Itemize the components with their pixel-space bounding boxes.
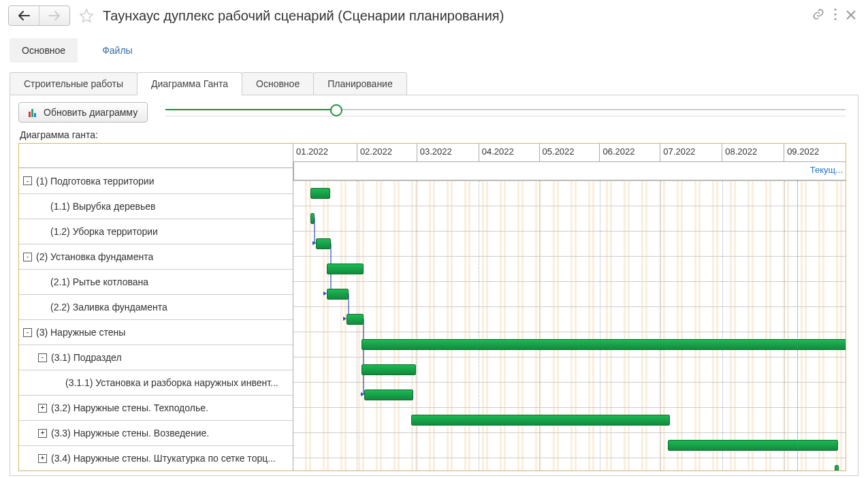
current-date-line [797, 180, 798, 471]
zoom-slider[interactable] [161, 108, 850, 118]
task-row[interactable]: -(2) Установка фундамента [19, 244, 293, 269]
month-header-cell: 01.2022 [293, 144, 357, 161]
task-label: (1) Подготовка территории [36, 176, 154, 187]
month-header-cell: 08.2022 [722, 144, 784, 161]
close-icon[interactable] [846, 9, 856, 23]
gantt-bar[interactable] [310, 188, 330, 199]
task-row[interactable]: -(3) Наружные стены [19, 319, 293, 345]
gantt-left-header [19, 144, 293, 168]
task-label: (1.2) Уборка территории [50, 226, 158, 237]
task-row[interactable]: (2.1) Рытье котлована [19, 269, 293, 294]
task-row[interactable]: +(3.2) Наружные стены. Техподолье. [19, 395, 293, 420]
tab-files[interactable]: Файлы [90, 38, 144, 63]
gantt-bar[interactable] [361, 364, 416, 375]
favorite-star-icon[interactable] [78, 7, 95, 24]
current-date-label: Текущ... [807, 162, 846, 178]
section-label: Диаграмма ганта: [20, 129, 850, 140]
tab-main[interactable]: Основное [10, 38, 78, 63]
task-row[interactable]: (3.1.1) Установка и разборка наружных ин… [19, 370, 293, 395]
month-header-cell: 09.2022 [784, 144, 846, 161]
page-title: Таунхаус дуплекс рабочий сценарий (Сцена… [103, 8, 807, 24]
gantt-bar[interactable] [310, 213, 315, 224]
svg-point-2 [834, 18, 836, 20]
task-label: (3.1) Подраздел [51, 352, 122, 363]
gantt-panel: Обновить диаграмму Диаграмма ганта: -(1)… [10, 95, 858, 476]
gantt-bar[interactable] [668, 440, 838, 451]
task-label: (3.3) Наружные стены. Возведение. [51, 428, 209, 439]
expand-plus-icon[interactable]: + [38, 404, 47, 413]
month-header-cell: 03.2022 [417, 144, 479, 161]
gantt-row [293, 432, 846, 458]
gantt-timeline-header: 01.202202.202203.202204.202205.202206.20… [293, 144, 846, 162]
task-row[interactable]: (1.1) Вырубка деревьев [19, 193, 293, 219]
subtab-works[interactable]: Строительные работы [10, 72, 138, 95]
task-row[interactable]: -(1) Подготовка территории [19, 168, 293, 193]
task-label: (3) Наружные стены [36, 327, 125, 338]
link-icon[interactable] [812, 8, 824, 24]
gantt-row [293, 407, 846, 432]
subtab-planning[interactable]: Планирование [313, 72, 407, 95]
task-row[interactable]: (2.2) Заливка фундамента [19, 294, 293, 319]
slider-thumb-icon[interactable] [330, 104, 342, 116]
task-row[interactable]: +(3.3) Наружные стены. Возведение. [19, 420, 293, 445]
task-row[interactable]: (1.2) Уборка территории [19, 219, 293, 244]
gantt-bar[interactable] [361, 339, 846, 350]
gantt-chart: -(1) Подготовка территории(1.1) Вырубка … [18, 143, 846, 471]
gantt-bar[interactable] [327, 289, 349, 300]
task-label: (3.4) Наружные стены. Штукатурка по сетк… [51, 453, 276, 464]
expand-plus-icon[interactable]: + [38, 429, 47, 438]
gantt-row [293, 256, 846, 281]
expand-minus-icon[interactable]: - [23, 176, 32, 185]
month-header-cell: 05.2022 [539, 144, 600, 161]
gantt-bar[interactable] [411, 415, 670, 426]
task-label: (3.1.1) Установка и разборка наружных ин… [65, 377, 278, 388]
gantt-row [293, 231, 846, 256]
gantt-row [293, 382, 846, 407]
gantt-row [293, 458, 846, 471]
gantt-sub-header: Текущ... [293, 162, 846, 180]
svg-point-0 [834, 8, 836, 10]
task-row[interactable]: -(3.1) Подраздел [19, 345, 293, 370]
expand-plus-icon[interactable]: + [38, 454, 47, 463]
month-header-cell: 02.2022 [357, 144, 417, 161]
gantt-bar[interactable] [327, 264, 364, 274]
task-label: (1.1) Вырубка деревьев [50, 201, 155, 212]
gantt-bar[interactable] [347, 314, 364, 325]
month-header-cell: 06.2022 [599, 144, 660, 161]
nav-button-group [8, 5, 70, 26]
gantt-row [293, 180, 846, 206]
gantt-bar[interactable] [316, 238, 331, 249]
subtab-gantt[interactable]: Диаграмма Ганта [137, 72, 242, 95]
gantt-row [293, 281, 846, 306]
subtab-main[interactable]: Основное [242, 72, 314, 95]
gantt-bar[interactable] [835, 465, 839, 471]
expand-minus-icon[interactable]: - [23, 328, 32, 337]
gantt-row [293, 332, 846, 357]
month-header-cell: 07.2022 [660, 144, 722, 161]
gantt-row [293, 357, 846, 382]
task-label: (3.2) Наружные стены. Техподолье. [51, 402, 208, 413]
back-button[interactable] [9, 6, 39, 25]
task-label: (2.2) Заливка фундамента [50, 302, 167, 313]
more-icon[interactable] [834, 8, 837, 24]
gantt-bar[interactable] [364, 389, 413, 400]
expand-minus-icon[interactable]: - [38, 353, 47, 362]
expand-minus-icon[interactable]: - [23, 253, 32, 261]
gantt-row [293, 306, 846, 332]
update-button-label: Обновить диаграмму [44, 107, 138, 118]
arrow-left-icon [18, 11, 30, 20]
svg-point-1 [834, 13, 836, 15]
forward-button[interactable] [39, 6, 69, 25]
arrow-right-icon [48, 11, 61, 20]
task-row[interactable]: +(3.4) Наружные стены. Штукатурка по сет… [19, 445, 293, 471]
gantt-row [293, 206, 846, 231]
month-header-cell: 04.2022 [479, 144, 539, 161]
task-label: (2) Установка фундамента [36, 251, 153, 262]
task-label: (2.1) Рытье котлована [50, 276, 148, 287]
update-chart-button[interactable]: Обновить диаграмму [18, 102, 148, 123]
bar-chart-icon [29, 108, 38, 117]
